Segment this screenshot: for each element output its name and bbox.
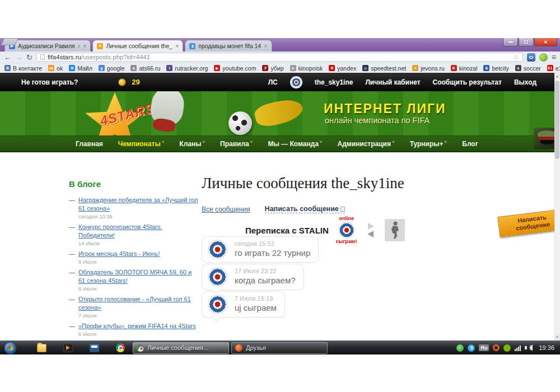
nav-item[interactable]: Турниры+˅ (410, 139, 447, 148)
vk-app-icon[interactable] (90, 344, 99, 352)
bookmark-item[interactable]: K kinozal (451, 65, 478, 72)
player-thumbnail[interactable] (385, 219, 405, 241)
skype-icon[interactable]: S (468, 344, 475, 352)
message-avatar[interactable] (208, 295, 227, 314)
address-bar[interactable]: fifa4stars.ru/userposts.php?id=4441 ☆ (36, 53, 523, 62)
message-avatar[interactable] (208, 240, 227, 259)
bookmark-item[interactable]: Б betcity (483, 65, 508, 72)
forward-button[interactable]: → (15, 54, 22, 61)
bookmark-star-icon[interactable]: ☆ (513, 53, 519, 61)
write-message-link[interactable]: Написать сообщение (265, 205, 345, 213)
tab-title: Аудиозаписи Равиля (18, 43, 75, 49)
report-result-link[interactable]: Сообщить результат (433, 78, 502, 86)
tray-orange-icon[interactable] (493, 344, 500, 351)
blog-link[interactable]: «Профи клубы», режим FIFA14 на 4Stars (78, 322, 199, 330)
opponent-avatar-block: online сыграю! (336, 216, 357, 244)
nav-item[interactable]: Блог (462, 140, 478, 148)
opponent-avatar[interactable] (338, 222, 355, 239)
nav-item[interactable]: Мы — Команда˅ (268, 139, 322, 148)
message-avatar[interactable] (208, 267, 227, 287)
blog-link[interactable]: Награждение победителя за «Лучший гол 61… (78, 196, 199, 213)
username-link[interactable]: the_sky1ine (315, 78, 353, 86)
scroll-up-icon[interactable]: ▲ (554, 73, 560, 80)
close-button[interactable]: × (534, 38, 557, 46)
message-date: сегодня 15:53 (235, 240, 310, 247)
bookmark-item[interactable]: Я yandex (329, 65, 356, 72)
blog-link[interactable]: Конкурс прогнозистов 4Stars. Победители! (78, 223, 199, 240)
bookmark-item[interactable]: В В контакте (4, 65, 42, 72)
browser-tab[interactable]: ★ Личные сообщения the_ × (92, 40, 183, 52)
not-ready-link[interactable]: Не готов играть? (21, 78, 78, 86)
nav-item[interactable]: Чемпионаты˅ (118, 139, 165, 148)
language-indicator[interactable]: Ru (479, 344, 489, 351)
bookmark-item[interactable]: g google (99, 65, 125, 72)
bookmark-item[interactable]: E1 e1 (547, 65, 560, 72)
play-badge[interactable]: сыграю! (336, 239, 357, 244)
bookmark-item[interactable]: ok ok (48, 65, 63, 72)
start-button[interactable] (4, 342, 17, 354)
download-manager-icon[interactable] (456, 344, 464, 352)
explorer-icon[interactable] (37, 344, 46, 352)
nav-item[interactable]: Главная (76, 140, 103, 148)
tab-close-icon[interactable]: × (264, 43, 267, 49)
bookmark-favicon: M (69, 65, 75, 71)
bookmark-item[interactable]: M Майл (69, 65, 92, 72)
extension-eye-icon[interactable] (527, 53, 535, 62)
bookmark-label: kinopoisk (298, 65, 323, 72)
swap-arrows-icon[interactable] (364, 222, 377, 239)
minimize-icon (508, 41, 513, 43)
bookmark-label: kinozal (459, 65, 478, 72)
bookmark-favicon: ok (48, 65, 54, 71)
bookmark-item[interactable]: ◎ speedtest.net (362, 65, 406, 72)
nav-label: Главная (76, 140, 103, 148)
taskbar-window-button[interactable]: Друзья (231, 342, 328, 354)
scroll-down-icon[interactable]: ▼ (554, 334, 560, 340)
bookmark-label: rutracker.org (175, 65, 208, 72)
nav-item[interactable]: Правила˅ (220, 139, 253, 148)
logout-link[interactable]: Выход (514, 78, 536, 86)
user-avatar[interactable] (290, 76, 302, 88)
bookmark-item[interactable]: ▶ youtube.com (214, 65, 256, 72)
coin-icon (118, 78, 126, 86)
bookmark-item[interactable]: ✳ jevons.ru (412, 65, 445, 72)
all-messages-link[interactable]: Все сообщения (202, 206, 250, 213)
browser-tab[interactable]: 8 продавцы монет fifa 14 × (185, 40, 272, 52)
browser-titlebar: ▶ Аудиозаписи Равиля ♪ × ★ Личные сообще… (0, 38, 560, 52)
extension-green-icon[interactable] (539, 53, 548, 62)
tab-close-icon[interactable]: × (175, 43, 179, 49)
browser-tab[interactable]: ▶ Аудиозаписи Равиля ♪ × (4, 40, 91, 52)
tab-favicon: 8 (189, 43, 195, 49)
bookmark-item[interactable]: a ats66.ru (130, 65, 160, 72)
close-icon: × (544, 39, 547, 45)
chrome-icon[interactable] (116, 343, 125, 352)
restore-button[interactable] (519, 38, 534, 46)
blog-link[interactable]: Обладатель ЗОЛОТОГО МЯЧА 59, 60 и 61 сез… (78, 268, 199, 285)
blog-link[interactable]: Игрок месяца 4Stars - Июнь! (78, 250, 199, 258)
bookmark-item[interactable]: к kinopoisk (290, 65, 323, 72)
media-player-icon[interactable] (63, 344, 73, 352)
cabinet-link[interactable]: Личный кабинет (365, 78, 420, 86)
taskbar-window-button[interactable]: Личные сообщения... (133, 342, 229, 354)
tray-green-icon[interactable] (503, 344, 511, 352)
scrollbar-thumb[interactable] (555, 81, 559, 159)
nav-label: Чемпионаты (118, 140, 161, 148)
blog-item: — Награждение победителя за «Лучший гол … (69, 196, 199, 220)
message-text: uj сыграем (235, 303, 277, 312)
back-button[interactable]: ← (4, 54, 11, 61)
private-messages-link[interactable]: ЛС (268, 78, 278, 86)
nav-item[interactable]: Кланы˅ (179, 139, 205, 148)
chrome-menu-icon[interactable]: ≡ (552, 53, 556, 62)
message-actions: Все сообщения Написать сообщение (202, 205, 345, 213)
scrollbar[interactable]: ▲ ▼ (554, 73, 560, 340)
nav-item[interactable]: Администрация˅ (337, 139, 394, 148)
tab-close-icon[interactable]: × (83, 43, 86, 49)
bookmark-item[interactable]: s soccer (515, 65, 541, 72)
volume-icon[interactable] (525, 344, 533, 351)
minimize-button[interactable] (503, 38, 518, 46)
bookmark-item[interactable]: r rutracker.org (166, 65, 208, 72)
refresh-button[interactable]: ↻ (26, 54, 32, 61)
bookmark-item[interactable]: У убир (262, 65, 283, 72)
blog-link[interactable]: Открыто голосование - «Лучший гол 61 сез… (78, 295, 199, 312)
network-icon[interactable] (515, 345, 521, 351)
taskbar-pinned-icons (37, 343, 125, 352)
